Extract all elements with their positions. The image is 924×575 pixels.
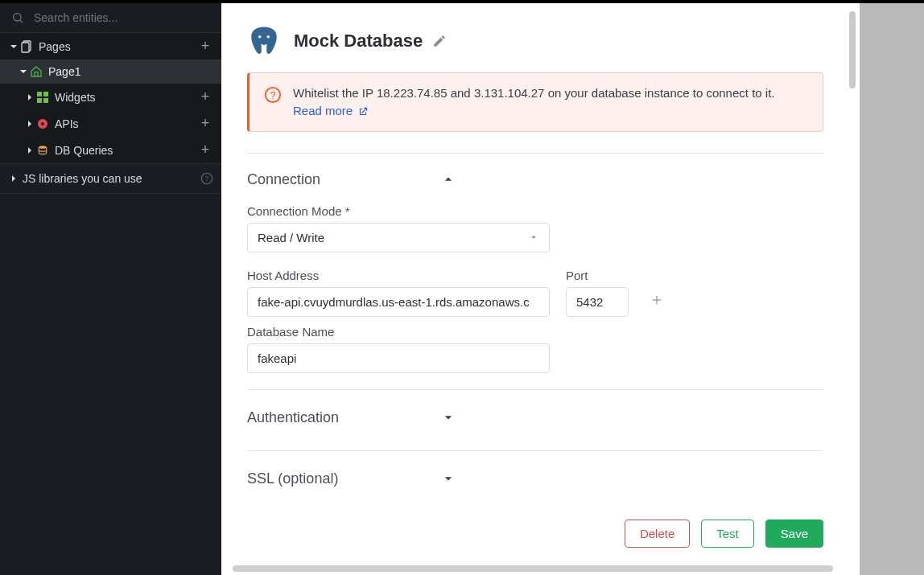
chevron-right-icon — [24, 146, 35, 154]
chevron-down-icon — [18, 68, 29, 76]
host-label: Host Address — [247, 269, 550, 282]
connection-mode-value: Read / Write — [258, 231, 324, 244]
dbname-label: Database Name — [247, 325, 550, 339]
section-connection[interactable]: Connection — [247, 168, 456, 196]
sidebar-item-pages[interactable]: Pages + — [0, 33, 221, 60]
chevron-right-icon — [24, 93, 35, 101]
pages-label: Pages — [39, 40, 197, 53]
host-input[interactable] — [247, 287, 550, 317]
divider — [247, 389, 823, 390]
connection-mode-label: Connection Mode * — [247, 204, 823, 218]
chevron-up-icon — [440, 171, 456, 187]
callout-message: Whitelist the IP 18.223.74.85 and 3.131.… — [293, 84, 774, 120]
postgres-icon — [247, 24, 281, 58]
page1-label: Page1 — [48, 65, 213, 78]
svg-rect-3 — [22, 43, 29, 52]
read-more-link[interactable]: Read more — [293, 104, 369, 117]
right-gutter — [860, 3, 924, 575]
save-button[interactable]: Save — [765, 520, 823, 548]
main-panel: Mock Database ? Whitelist the IP 18.223.… — [221, 3, 860, 575]
search-icon — [11, 11, 24, 24]
apis-icon — [35, 117, 50, 131]
add-port-button[interactable] — [645, 288, 669, 312]
section-ssl[interactable]: SSL (optional) — [247, 467, 456, 495]
sidebar-item-dbqueries[interactable]: DB Queries + — [0, 137, 221, 163]
chevron-right-icon — [8, 175, 19, 183]
widgets-label: Widgets — [55, 91, 197, 104]
section-ssl-label: SSL (optional) — [247, 470, 440, 487]
sidebar-item-apis[interactable]: APIs + — [0, 110, 221, 137]
chevron-down-icon — [440, 409, 456, 425]
svg-rect-5 — [43, 92, 48, 97]
vertical-scrollbar[interactable] — [849, 11, 856, 88]
add-api-button[interactable]: + — [197, 115, 213, 132]
sidebar-item-jslibs[interactable]: JS libraries you can use ? — [0, 167, 221, 190]
connection-mode-select[interactable]: Read / Write — [247, 223, 550, 253]
add-dbquery-button[interactable]: + — [197, 142, 213, 158]
search-row[interactable] — [0, 3, 221, 32]
svg-rect-4 — [37, 92, 42, 97]
external-link-icon — [357, 106, 369, 117]
svg-point-13 — [258, 35, 262, 39]
pages-icon — [19, 39, 34, 54]
home-icon — [29, 64, 43, 79]
callout-text: Whitelist the IP 18.223.74.85 and 3.131.… — [293, 86, 774, 100]
warning-icon: ? — [264, 86, 282, 104]
divider — [247, 450, 823, 451]
dbqueries-label: DB Queries — [55, 144, 197, 157]
pages-section: Pages + Page1 Widgets + — [0, 32, 221, 164]
section-auth-label: Authentication — [247, 409, 440, 426]
search-input[interactable] — [34, 11, 210, 24]
sidebar-item-page1[interactable]: Page1 — [0, 60, 221, 84]
svg-rect-6 — [37, 98, 42, 103]
dbname-input[interactable] — [247, 343, 550, 373]
help-icon[interactable]: ? — [200, 172, 213, 185]
sidebar: Pages + Page1 Widgets + — [0, 3, 221, 575]
datasource-header: Mock Database — [247, 3, 823, 72]
edit-icon[interactable] — [432, 34, 447, 48]
chevron-down-icon — [440, 470, 456, 487]
add-page-button[interactable]: + — [197, 38, 213, 55]
svg-point-14 — [267, 35, 270, 39]
divider — [247, 153, 823, 154]
section-connection-label: Connection — [247, 171, 440, 188]
whitelist-callout: ? Whitelist the IP 18.223.74.85 and 3.13… — [247, 72, 823, 132]
datasource-title: Mock Database — [294, 31, 423, 51]
chevron-down-icon — [8, 43, 19, 51]
js-libs-section: JS libraries you can use ? — [0, 164, 221, 194]
svg-point-10 — [39, 146, 46, 149]
delete-button[interactable]: Delete — [625, 520, 690, 548]
test-button[interactable]: Test — [701, 520, 754, 548]
svg-line-1 — [20, 20, 23, 23]
footer-buttons: Delete Test Save — [247, 495, 823, 552]
chevron-down-icon — [528, 232, 539, 243]
section-authentication[interactable]: Authentication — [247, 406, 456, 434]
sidebar-item-widgets[interactable]: Widgets + — [0, 84, 221, 110]
apis-label: APIs — [55, 117, 197, 130]
port-label: Port — [566, 269, 629, 282]
database-icon — [35, 143, 50, 158]
chevron-right-icon — [24, 120, 35, 128]
widgets-icon — [35, 90, 50, 105]
jslibs-label: JS libraries you can use — [23, 172, 197, 185]
svg-rect-7 — [43, 98, 48, 103]
port-input[interactable] — [566, 287, 629, 317]
svg-text:?: ? — [270, 89, 275, 101]
svg-point-0 — [14, 14, 21, 21]
svg-point-9 — [41, 122, 44, 125]
horizontal-scrollbar[interactable] — [233, 565, 833, 572]
svg-text:?: ? — [205, 175, 209, 183]
add-widget-button[interactable]: + — [197, 88, 213, 105]
